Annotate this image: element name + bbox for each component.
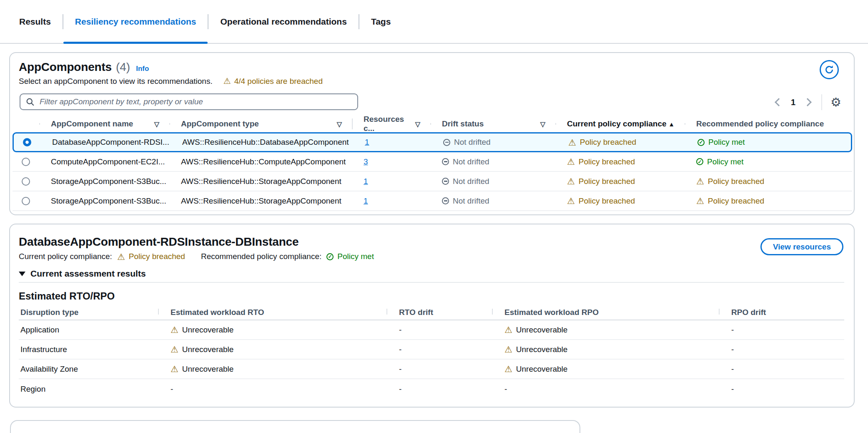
disruption-type: Infrastructure xyxy=(19,345,158,354)
preferences-gear-icon[interactable]: ⚙ xyxy=(830,96,841,108)
refresh-button[interactable] xyxy=(820,60,839,79)
warning-icon xyxy=(171,345,178,354)
estimated-workload-rpo: - xyxy=(492,385,719,394)
item-count: (4) xyxy=(116,60,130,74)
status-text: Policy breached xyxy=(579,157,635,166)
row-radio[interactable] xyxy=(22,177,30,186)
current-page-number[interactable]: 1 xyxy=(791,98,795,107)
warning-icon xyxy=(504,345,512,354)
estimated-workload-rto: - xyxy=(158,385,386,394)
view-resources-button[interactable]: View resources xyxy=(760,238,843,255)
column-header-drift[interactable]: Drift status xyxy=(430,119,555,128)
appcomponents-panel: AppComponents (4) Info Select an appComp… xyxy=(9,52,855,215)
column-header-recommended-compliance[interactable]: Recommended policy compliance xyxy=(685,119,852,128)
row-radio[interactable] xyxy=(22,158,30,166)
table-header-row: AppComponent name AppComponent type Reso… xyxy=(13,115,852,132)
tab-tags[interactable]: Tags xyxy=(359,0,402,43)
sort-ascending-icon xyxy=(668,119,675,128)
rto-rpo-row: Availability Zone Unrecoverable - Unreco… xyxy=(19,360,844,379)
resources-count-link[interactable]: 3 xyxy=(364,157,368,166)
next-page-button[interactable] xyxy=(803,98,812,106)
estimated-workload-rpo: Unrecoverable xyxy=(492,325,719,335)
rpo-drift: - xyxy=(719,325,844,335)
rto-rpo-row: Infrastructure Unrecoverable - Unrecover… xyxy=(19,340,844,360)
table-row[interactable]: StorageAppComponent-S3Buc... AWS::Resili… xyxy=(13,191,852,211)
expander-label: Current assessment results xyxy=(30,269,146,279)
panel-subtitle-row: Select an appComponent to view its recom… xyxy=(19,77,323,86)
caret-down-icon xyxy=(19,272,25,276)
status-text: Policy breached xyxy=(579,196,635,206)
sort-icon xyxy=(337,119,342,128)
not-drifted-icon xyxy=(443,139,450,146)
status-text: Policy met xyxy=(708,138,745,147)
appcomponent-name: StorageAppComponent-S3Buc... xyxy=(39,177,169,186)
row-radio[interactable] xyxy=(23,138,31,146)
warning-icon xyxy=(696,177,704,186)
rto-rpo-header-row: Disruption type Estimated workload RTO R… xyxy=(19,305,844,320)
pagination: 1 ⚙ xyxy=(776,94,841,110)
recommended-compliance-value: Policy met xyxy=(326,252,374,261)
table-row[interactable]: DatabaseAppComponent-RDSI... AWS::Resili… xyxy=(13,132,852,152)
estimated-workload-rto: Unrecoverable xyxy=(158,365,386,374)
search-icon xyxy=(26,98,35,106)
previous-page-button[interactable] xyxy=(775,98,783,106)
status-text: Policy breached xyxy=(579,177,635,186)
resources-count-link[interactable]: 1 xyxy=(364,177,368,186)
resources-count-link[interactable]: 1 xyxy=(364,196,368,205)
recommended-policy-compliance: Policy met xyxy=(686,138,851,147)
estimated-workload-rpo: Unrecoverable xyxy=(492,365,719,374)
current-policy-compliance: Policy breached xyxy=(557,138,686,147)
warning-icon xyxy=(171,325,178,334)
detail-compliance-row: Current policy compliance: Policy breach… xyxy=(19,252,374,261)
resources-count-link[interactable]: 1 xyxy=(365,138,369,146)
page-root: Results Resiliency recommendations Opera… xyxy=(0,0,868,433)
table-row[interactable]: StorageAppComponent-S3Buc... AWS::Resili… xyxy=(13,172,852,191)
current-compliance-label: Current policy compliance: xyxy=(19,252,112,261)
warning-icon xyxy=(223,77,231,86)
column-header-current-compliance[interactable]: Current policy compliance xyxy=(555,119,685,128)
tab-operational-recommendations[interactable]: Operational recommendations xyxy=(208,0,358,43)
warning-icon xyxy=(568,138,576,147)
disruption-type: Region xyxy=(19,385,158,394)
rto-drift: - xyxy=(386,385,492,394)
warning-icon xyxy=(171,365,178,373)
warning-icon xyxy=(567,177,575,186)
table-row[interactable]: ComputeAppComponent-EC2I... AWS::Resilie… xyxy=(13,152,852,172)
status-text: Policy met xyxy=(337,252,374,261)
column-label: AppComponent type xyxy=(181,119,259,128)
column-header-name[interactable]: AppComponent name xyxy=(39,119,169,128)
column-header-type[interactable]: AppComponent type xyxy=(169,119,352,128)
estimated-workload-rpo: Unrecoverable xyxy=(492,345,719,354)
status-text: Policy breached xyxy=(580,138,636,147)
appcomponent-type: AWS::ResilienceHub::ComputeAppComponent xyxy=(169,157,352,166)
column-header-estimated-rto: Estimated workload RTO xyxy=(158,308,386,317)
rto-rpo-heading: Estimated RTO/RPO xyxy=(19,290,115,302)
appcomponent-type: AWS::ResilienceHub::StorageAppComponent xyxy=(169,196,352,206)
recommended-policy-compliance: Policy met xyxy=(685,157,852,166)
warning-icon xyxy=(696,196,704,205)
column-label: Resources c... xyxy=(364,115,415,133)
tab-results[interactable]: Results xyxy=(8,0,63,43)
assessment-results-expander[interactable]: Current assessment results xyxy=(19,269,146,279)
status-text: Not drifted xyxy=(453,177,489,186)
rpo-drift: - xyxy=(719,345,844,354)
appcomponent-type: AWS::ResilienceHub::DatabaseAppComponent xyxy=(171,138,353,147)
tab-resiliency-recommendations[interactable]: Resiliency recommendations xyxy=(63,0,208,43)
status-text: Policy met xyxy=(707,157,744,166)
row-radio[interactable] xyxy=(22,197,30,205)
filter-input[interactable] xyxy=(39,97,352,107)
drift-status: Not drifted xyxy=(430,177,555,186)
drift-status: Not drifted xyxy=(430,157,555,166)
sort-icon xyxy=(415,119,420,128)
status-text: Unrecoverable xyxy=(182,325,234,335)
estimated-workload-rto: Unrecoverable xyxy=(158,345,386,354)
sort-icon xyxy=(540,119,545,128)
pagination-divider xyxy=(821,94,822,110)
column-header-resources[interactable]: Resources c... xyxy=(352,115,430,133)
status-text: Unrecoverable xyxy=(516,365,568,374)
not-drifted-icon xyxy=(442,158,449,165)
info-link[interactable]: Info xyxy=(136,65,149,73)
status-text: Policy breached xyxy=(708,177,764,186)
column-label: AppComponent name xyxy=(51,119,133,128)
current-policy-compliance: Policy breached xyxy=(555,177,685,186)
